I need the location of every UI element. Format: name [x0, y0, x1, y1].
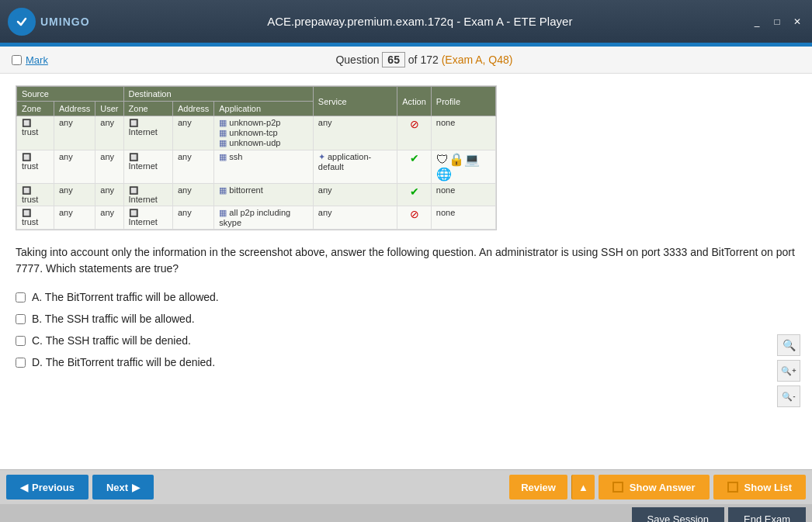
table-row: 🔲 trust any any 🔲 Internet any ▦ ssh ✦ a… — [17, 150, 496, 184]
zoom-in-icon[interactable]: 🔍+ — [777, 360, 800, 382]
dest-address-col: Address — [172, 102, 213, 116]
exam-info: (Exam A, Q48) — [442, 54, 513, 66]
answer-checkbox-a[interactable] — [16, 292, 26, 302]
answer-label-d[interactable]: D. The BitTorrent traffic will be denied… — [32, 356, 215, 368]
answer-label-c[interactable]: C. The SSH traffic will be denied. — [32, 334, 191, 347]
service-header: Service — [313, 87, 397, 116]
answer-label-b[interactable]: B. The SSH traffic will be allowed. — [32, 313, 195, 325]
previous-button[interactable]: ◀ Previous — [6, 475, 88, 500]
question-info: Question 65 of 172 (Exam A, Q48) — [335, 52, 512, 67]
review-button[interactable]: Review — [509, 475, 567, 500]
table-row: 🔲 trust any any 🔲 Internet any ▦ bittorr… — [17, 184, 496, 206]
prev-arrow-icon: ◀ — [20, 482, 28, 493]
show-answer-button[interactable]: Show Answer — [599, 475, 710, 500]
review-dropdown-icon: ▲ — [578, 482, 588, 493]
answer-option-d: D. The BitTorrent traffic will be denied… — [16, 356, 796, 368]
profile-header: Profile — [431, 87, 495, 116]
next-arrow-icon: ▶ — [132, 482, 140, 493]
zone-col: Zone — [17, 102, 54, 116]
application-col: Application — [214, 102, 314, 116]
main-content: Source Destination Service Action Profil… — [0, 74, 812, 469]
bottom-action-bar: Save Session End Exam — [0, 504, 812, 522]
next-button[interactable]: Next ▶ — [92, 475, 154, 500]
answer-option-b: B. The SSH traffic will be allowed. — [16, 313, 796, 325]
show-list-button[interactable]: Show List — [713, 475, 806, 500]
table-row: 🔲 trust any any 🔲 Internet any ▦ all p2p… — [17, 206, 496, 230]
mark-input[interactable] — [12, 55, 22, 65]
zoom-out-icon[interactable]: 🔍- — [777, 385, 800, 407]
side-icons-panel: 🔍 🔍+ 🔍- — [777, 334, 800, 407]
source-header: Source — [17, 87, 124, 102]
save-session-button[interactable]: Save Session — [632, 507, 725, 522]
answer-option-a: A. The BitTorrent traffic will be allowe… — [16, 291, 796, 303]
user-col: User — [95, 102, 123, 116]
close-button[interactable]: ✕ — [790, 16, 804, 27]
answer-checkbox-d[interactable] — [16, 358, 26, 368]
mark-label[interactable]: Mark — [26, 54, 48, 66]
action-header: Action — [397, 87, 432, 116]
minimize-button[interactable]: _ — [750, 16, 764, 27]
show-answer-checkbox-icon — [612, 482, 623, 493]
logo-icon — [8, 8, 36, 36]
answer-checkbox-c[interactable] — [16, 336, 26, 346]
title-bar: UMINGO ACE.prepaway.premium.exam.172q - … — [0, 0, 812, 43]
question-number-box: 65 — [382, 52, 405, 67]
table-row: 🔲 trust any any 🔲 Internet any ▦ unknown… — [17, 116, 496, 150]
window-title: ACE.prepaway.premium.exam.172q - Exam A … — [267, 15, 572, 28]
answer-checkbox-b[interactable] — [16, 314, 26, 324]
window-controls[interactable]: _ □ ✕ — [750, 16, 804, 27]
show-list-checkbox-icon — [727, 482, 738, 493]
svg-point-0 — [14, 14, 29, 29]
question-label: Question — [335, 54, 379, 66]
logo-text: UMINGO — [40, 16, 90, 28]
destination-header: Destination — [123, 87, 313, 102]
mark-bar: Mark Question 65 of 172 (Exam A, Q48) — [0, 47, 812, 74]
answer-label-a[interactable]: A. The BitTorrent traffic will be allowe… — [32, 291, 219, 303]
maximize-button[interactable]: □ — [770, 16, 784, 27]
address-col: Address — [54, 102, 95, 116]
review-dropdown-button[interactable]: ▲ — [571, 475, 595, 500]
screenshot-table: Source Destination Service Action Profil… — [16, 85, 497, 230]
mark-checkbox[interactable]: Mark — [12, 54, 48, 66]
search-icon[interactable]: 🔍 — [777, 334, 800, 356]
question-text: Taking into account only the information… — [16, 244, 796, 277]
end-exam-button[interactable]: End Exam — [728, 507, 806, 522]
dest-zone-col: Zone — [123, 102, 172, 116]
answer-option-c: C. The SSH traffic will be denied. — [16, 334, 796, 347]
question-total: of 172 — [408, 54, 439, 66]
bottom-nav-bar: ◀ Previous Next ▶ Review ▲ Show Answer S… — [0, 469, 812, 504]
logo-area: UMINGO — [8, 8, 90, 36]
